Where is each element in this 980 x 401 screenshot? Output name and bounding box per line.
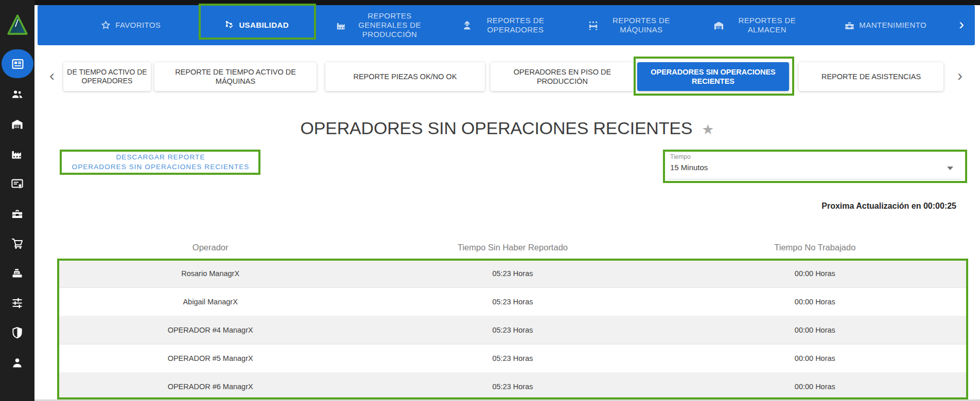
- warehouse-icon: [10, 117, 24, 131]
- sidebar-item-people[interactable]: [0, 79, 34, 109]
- table-row: Abigail ManagrX 05:23 Horas 00:00 Horas: [59, 288, 966, 316]
- operator-icon: [461, 20, 473, 31]
- chevron-left-icon: ‹: [49, 67, 55, 84]
- download-report-link[interactable]: DESCARGAR REPORTE OPERADORES SIN OPERACI…: [61, 153, 260, 172]
- toolbox-icon: [10, 207, 24, 221]
- nav-tab-label: REPORTES GENERALES DE PRODUCCIÓN: [351, 11, 428, 39]
- star-outline-icon: [100, 20, 112, 31]
- nav-tab-reportes-operadores[interactable]: REPORTES DE OPERADORES: [445, 5, 570, 45]
- download-link-line2: OPERADORES SIN OPERACIONES RECIENTES: [61, 162, 260, 172]
- cell-operador: Abigail ManagrX: [59, 298, 361, 306]
- warehouse-icon: [713, 20, 725, 31]
- sidebar-item-factory[interactable]: [0, 139, 34, 169]
- favorite-star-icon[interactable]: ★: [702, 121, 714, 138]
- dropdown-caret-icon: [947, 167, 953, 170]
- cell-tiempo-sin-reportar: 05:23 Horas: [361, 382, 663, 391]
- sidebar-item-certificate[interactable]: [0, 169, 34, 198]
- cash-register-icon: [10, 266, 24, 280]
- sidebar: [0, 0, 34, 401]
- chevron-right-icon: ›: [957, 67, 962, 84]
- cell-tiempo-no-trabajado: 00:00 Horas: [664, 382, 966, 391]
- nav-tab-label: REPORTES DE MÁQUINAS: [603, 16, 680, 34]
- sidebar-item-security[interactable]: [0, 318, 34, 348]
- page-title: OPERADORES SIN OPERACIONES RECIENTES: [301, 118, 693, 138]
- report-tab-tiempo-activo-operadores[interactable]: DE TIEMPO ACTIVO DE OPERADORES: [63, 62, 151, 91]
- nav-tab-usabilidad[interactable]: USABILIDAD: [193, 5, 319, 45]
- tune-icon: [10, 296, 24, 310]
- report-tab-label: REPORTE DE ASISTENCIAS: [821, 72, 921, 81]
- report-tab-label: OPERADORES EN PISO DE PRODUCCIÓN: [496, 67, 629, 86]
- sidebar-item-dashboard[interactable]: [2, 49, 33, 78]
- table-row: OPERADOR #4 ManagrX 05:23 Horas 00:00 Ho…: [59, 316, 966, 344]
- cell-tiempo-no-trabajado: 00:00 Horas: [664, 298, 966, 306]
- report-tabs-prev-chevron[interactable]: ‹: [49, 68, 55, 83]
- report-tab-operadores-sin-operaciones[interactable]: OPERADORES SIN OPERACIONES RECIENTES: [637, 62, 789, 91]
- cell-tiempo-no-trabajado: 00:00 Horas: [664, 354, 966, 362]
- nav-tab-label: REPORTES DE ALMACEN: [728, 16, 806, 34]
- cell-tiempo-sin-reportar: 05:23 Horas: [361, 354, 663, 362]
- sidebar-nav: [0, 49, 34, 377]
- sidebar-item-user[interactable]: [0, 348, 34, 377]
- table-row: OPERADOR #6 ManagrX 05:23 Horas 00:00 Ho…: [59, 373, 966, 401]
- sidebar-item-tune[interactable]: [0, 288, 34, 318]
- nav-tab-reportes-almacen[interactable]: REPORTES DE ALMACEN: [696, 5, 822, 45]
- cell-operador: Rosario ManagrX: [59, 269, 361, 278]
- machines-icon: [587, 20, 599, 31]
- sidebar-item-toolbox[interactable]: [0, 198, 34, 228]
- nav-tab-label: USABILIDAD: [239, 21, 289, 30]
- nav-tab-label: MANTENIMIENTO: [859, 21, 926, 30]
- report-tab-label: DE TIEMPO ACTIVO DE OPERADORES: [64, 68, 150, 86]
- factory-icon: [10, 147, 24, 161]
- nav-tab-reportes-maquinas[interactable]: REPORTES DE MÁQUINAS: [571, 5, 696, 45]
- chevron-right-icon: ›: [959, 15, 964, 33]
- report-tab-label: REPORTE DE TIEMPO ACTIVO DE MÁQUINAS: [160, 67, 311, 86]
- table-header-row: Operador Tiempo Sin Haber Reportado Tiem…: [59, 235, 966, 259]
- nav-more-chevron[interactable]: ›: [948, 5, 975, 45]
- cell-operador: OPERADOR #5 ManagrX: [59, 354, 361, 362]
- cell-tiempo-sin-reportar: 05:23 Horas: [361, 298, 663, 306]
- sidebar-item-cash-register[interactable]: [0, 258, 34, 288]
- delta-logo-icon: [7, 13, 28, 36]
- table-row: OPERADOR #5 ManagrX 05:23 Horas 00:00 Ho…: [59, 344, 966, 373]
- dashboard-icon: [11, 57, 25, 71]
- nav-tab-label: FAVORITOS: [115, 21, 161, 30]
- table-body: Rosario ManagrX 05:23 Horas 00:00 Horas …: [59, 260, 966, 401]
- report-tab-operadores-piso[interactable]: OPERADORES EN PISO DE PRODUCCIÓN: [491, 62, 634, 91]
- usability-branch-icon: [223, 20, 235, 31]
- report-tab-asistencias[interactable]: REPORTE DE ASISTENCIAS: [799, 62, 943, 91]
- cell-operador: OPERADOR #6 ManagrX: [59, 382, 361, 391]
- table-header-tiempo-sin-reportar: Tiempo Sin Haber Reportado: [361, 243, 663, 252]
- factory-icon: [336, 20, 347, 31]
- report-tab-tiempo-activo-maquinas[interactable]: REPORTE DE TIEMPO ACTIVO DE MÁQUINAS: [154, 62, 317, 91]
- download-link-line1: DESCARGAR REPORTE: [61, 153, 260, 162]
- nav-tab-favoritos[interactable]: FAVORITOS: [67, 5, 193, 45]
- report-tab-piezas-ok[interactable]: REPORTE PIEZAS OK/NO OK: [325, 62, 485, 91]
- tiempo-select[interactable]: Tiempo 15 Minutos: [667, 152, 962, 179]
- cart-icon: [10, 236, 24, 250]
- cell-operador: OPERADOR #4 ManagrX: [59, 326, 361, 334]
- cell-tiempo-sin-reportar: 05:23 Horas: [361, 269, 663, 278]
- nav-tab-label: REPORTES DE OPERADORES: [477, 16, 554, 34]
- toolbox-icon: [844, 20, 855, 31]
- tiempo-select-value: 15 Minutos: [670, 163, 708, 172]
- report-tab-label: OPERADORES SIN OPERACIONES RECIENTES: [642, 67, 784, 86]
- report-tabs-next-chevron[interactable]: ›: [957, 68, 962, 83]
- certificate-icon: [10, 177, 24, 191]
- table-header-tiempo-no-trabajado: Tiempo No Trabajado: [664, 243, 966, 252]
- cell-tiempo-no-trabajado: 00:00 Horas: [664, 326, 966, 334]
- cell-tiempo-sin-reportar: 05:23 Horas: [361, 326, 663, 334]
- app-logo: [0, 0, 34, 49]
- top-nav-bar: FAVORITOS USABILIDAD REPORTES GENERALES …: [38, 5, 975, 45]
- person-icon: [10, 356, 24, 370]
- top-dark-strip: [0, 0, 980, 5]
- next-refresh-countdown: Proxima Actualización en 00:00:25: [821, 202, 956, 211]
- shield-icon: [10, 326, 24, 340]
- nav-tab-reportes-produccion[interactable]: REPORTES GENERALES DE PRODUCCIÓN: [319, 5, 445, 45]
- page-title-row: OPERADORES SIN OPERACIONES RECIENTES ★: [34, 118, 980, 138]
- table-header-operador: Operador: [59, 243, 361, 252]
- people-icon: [10, 87, 24, 101]
- tiempo-select-label: Tiempo: [670, 153, 691, 160]
- nav-tab-mantenimiento[interactable]: MANTENIMIENTO: [822, 5, 948, 45]
- sidebar-item-cart[interactable]: [0, 228, 34, 258]
- sidebar-item-warehouse[interactable]: [0, 109, 34, 139]
